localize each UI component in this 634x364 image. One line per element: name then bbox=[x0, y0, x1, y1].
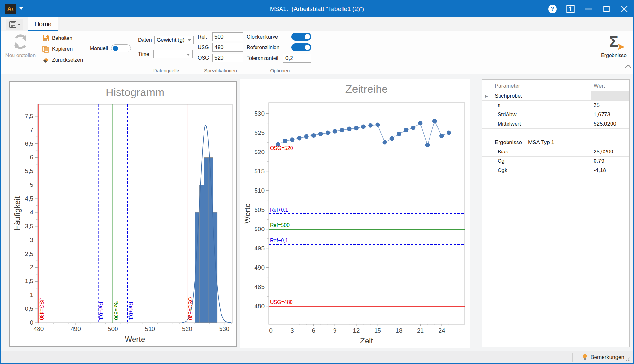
row-gutter bbox=[482, 119, 491, 128]
optionen-group-label: Optionen bbox=[246, 68, 314, 73]
manuell-group: Manuell bbox=[90, 44, 131, 52]
table-row[interactable]: n25 bbox=[482, 101, 629, 110]
neu-erstellen-label: Neu erstellen bbox=[3, 53, 38, 58]
ribbon-separator bbox=[136, 33, 136, 70]
osg-input[interactable]: 520 bbox=[212, 54, 243, 62]
svg-text:510: 510 bbox=[254, 187, 265, 194]
refresh-icon bbox=[12, 33, 30, 51]
svg-text:495: 495 bbox=[254, 245, 265, 252]
svg-text:3: 3 bbox=[291, 327, 294, 334]
behalten-button[interactable]: Behalten bbox=[42, 33, 85, 44]
file-menu-button[interactable] bbox=[6, 19, 23, 30]
datenquelle-group-label: Datenquelle bbox=[137, 68, 195, 73]
svg-text:Zeitreihe: Zeitreihe bbox=[345, 83, 388, 95]
table-row[interactable]: Bias25,0200 bbox=[482, 147, 629, 157]
parameter-cell: Stichprobe: bbox=[491, 91, 591, 100]
row-expander-icon[interactable]: ▶ bbox=[482, 91, 491, 100]
svg-text:9: 9 bbox=[333, 327, 337, 334]
time-select[interactable] bbox=[153, 50, 193, 58]
svg-text:15: 15 bbox=[374, 327, 381, 334]
table-row[interactable]: Ergebnisse – MSA Typ 1 bbox=[482, 138, 629, 147]
table-row[interactable]: ▶Stichprobe: bbox=[482, 91, 629, 101]
col-header-wert[interactable]: Wert bbox=[591, 82, 629, 91]
toggle-knob bbox=[305, 45, 310, 50]
minimize-button[interactable] bbox=[579, 1, 597, 17]
col-header-parameter[interactable]: Parameter bbox=[491, 82, 591, 91]
table-row[interactable]: Cgk-4,18 bbox=[482, 166, 629, 175]
svg-text:520: 520 bbox=[182, 325, 192, 332]
table-row[interactable]: Mittelwert525,0200 bbox=[482, 119, 629, 129]
timeseries-panel[interactable]: Zeitreihe0369121518212448048549049550050… bbox=[240, 79, 470, 348]
resize-grip[interactable] bbox=[626, 356, 631, 361]
parameter-cell bbox=[491, 129, 591, 138]
ribbon-tabstrip: Home bbox=[1, 17, 633, 31]
close-button[interactable] bbox=[615, 1, 633, 17]
neu-erstellen-button[interactable]: Neu erstellen bbox=[3, 33, 38, 58]
table-row[interactable]: StdAbw1,6773 bbox=[482, 110, 629, 119]
svg-text:Ref−0,1: Ref−0,1 bbox=[98, 302, 104, 320]
wert-cell bbox=[591, 91, 629, 100]
svg-text:Ref+0,1: Ref+0,1 bbox=[128, 302, 134, 320]
svg-text:0: 0 bbox=[269, 327, 273, 334]
ref-input[interactable]: 500 bbox=[212, 32, 243, 41]
panel-toggle-button[interactable] bbox=[561, 1, 579, 17]
wert-cell bbox=[591, 129, 629, 138]
svg-text:4: 4 bbox=[30, 209, 33, 216]
svg-text:0: 0 bbox=[30, 319, 33, 326]
toleranzanteil-label: Toleranzanteil bbox=[247, 56, 278, 61]
ribbon-separator bbox=[594, 33, 594, 70]
ribbon-separator bbox=[196, 33, 196, 70]
kopieren-label: Kopieren bbox=[52, 46, 73, 52]
manuell-toggle[interactable] bbox=[111, 44, 131, 52]
ref-label: Ref. bbox=[198, 34, 210, 40]
svg-text:3,5: 3,5 bbox=[25, 223, 33, 230]
table-row[interactable]: Cg0,79 bbox=[482, 157, 629, 166]
histogram-chart: Histogramm48049050051052053000,511,522,5… bbox=[10, 82, 236, 346]
svg-text:490: 490 bbox=[254, 264, 265, 271]
svg-text:USG=480: USG=480 bbox=[39, 297, 44, 320]
collapse-ribbon-button[interactable] bbox=[625, 64, 632, 69]
bemerkungen-button[interactable]: Bemerkungen bbox=[590, 354, 624, 360]
main-content: Histogramm48049050051052053000,511,522,5… bbox=[1, 74, 633, 352]
chevron-down-icon bbox=[18, 23, 21, 26]
clipboard-group: Behalten Kopieren bbox=[42, 33, 85, 65]
row-gutter bbox=[482, 138, 491, 147]
svg-text:12: 12 bbox=[353, 327, 360, 334]
maximize-button[interactable] bbox=[597, 1, 615, 17]
svg-text:21: 21 bbox=[417, 327, 424, 334]
svg-text:515: 515 bbox=[254, 168, 265, 175]
svg-text:525: 525 bbox=[254, 129, 265, 136]
toggle-knob bbox=[305, 34, 310, 39]
daten-select[interactable]: Gewicht (g) bbox=[154, 36, 194, 44]
svg-text:Ref−0,1: Ref−0,1 bbox=[270, 238, 288, 243]
behalten-label: Behalten bbox=[52, 35, 72, 41]
row-gutter bbox=[482, 157, 491, 166]
histogram-panel[interactable]: Histogramm48049050051052053000,511,522,5… bbox=[9, 81, 237, 347]
usg-label: USG bbox=[198, 45, 210, 50]
tab-home[interactable]: Home bbox=[28, 17, 58, 31]
results-table: ParameterWert▶Stichprobe:n25StdAbw1,6773… bbox=[482, 82, 629, 175]
ribbon-separator bbox=[315, 33, 315, 70]
ergebnisse-button[interactable]: Σ Ergebnisse bbox=[596, 32, 632, 58]
maximize-icon bbox=[603, 6, 610, 12]
table-row[interactable] bbox=[482, 129, 629, 138]
ribbon-separator bbox=[40, 33, 40, 70]
svg-text:1: 1 bbox=[30, 291, 33, 298]
kopieren-button[interactable]: Kopieren bbox=[42, 44, 85, 55]
parameter-cell: StdAbw bbox=[491, 110, 591, 119]
svg-text:OSG=520: OSG=520 bbox=[187, 297, 193, 320]
ribbon: Home Neu erstellen bbox=[1, 17, 633, 74]
svg-text:4,5: 4,5 bbox=[25, 195, 33, 202]
svg-text:2,5: 2,5 bbox=[25, 250, 33, 257]
svg-text:Werte: Werte bbox=[243, 203, 252, 224]
help-button[interactable]: ? bbox=[543, 1, 561, 17]
usg-input[interactable]: 480 bbox=[212, 43, 243, 52]
referenzlinien-toggle[interactable] bbox=[291, 43, 311, 51]
optionen-group: Glockenkurve Referenzlinien Toleranzante… bbox=[246, 31, 314, 74]
svg-text:505: 505 bbox=[254, 206, 265, 213]
titlebar: Aτ MSA1: (Arbeitsblatt "Tabelle1 (2)") ? bbox=[1, 1, 633, 17]
glockenkurve-toggle[interactable] bbox=[291, 33, 311, 41]
toleranzanteil-input[interactable]: 0,2 bbox=[283, 54, 311, 63]
zuruecksetzen-button[interactable]: Zurücksetzen bbox=[42, 55, 85, 65]
wert-cell: -4,18 bbox=[591, 166, 629, 175]
